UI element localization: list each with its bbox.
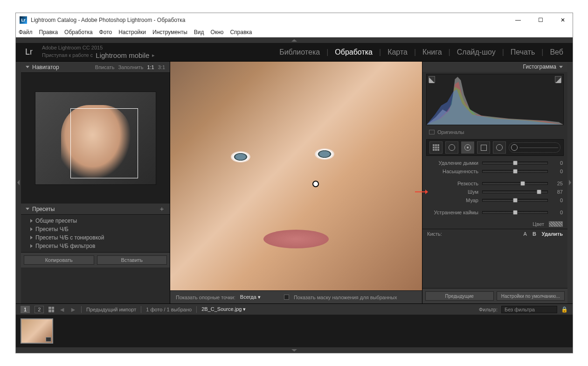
slider-value[interactable]: 0: [552, 169, 563, 174]
paste-button[interactable]: Вставить: [97, 255, 167, 265]
slider-track[interactable]: [482, 190, 548, 193]
preset-folder[interactable]: Пресеты Ч/Б с тонировкой: [21, 233, 170, 242]
slider-knob[interactable]: [513, 210, 518, 215]
filter-select[interactable]: Без фильтра: [501, 306, 557, 313]
module-Библиотека[interactable]: Библиотека: [279, 48, 320, 56]
add-preset-icon[interactable]: ＋: [159, 205, 165, 213]
copy-button[interactable]: Копировать: [24, 255, 94, 265]
slider-knob[interactable]: [520, 181, 525, 186]
zoom-Заполнить[interactable]: Заполнить: [118, 64, 143, 70]
slider-Муар: Муар0: [427, 196, 563, 204]
menu-view[interactable]: Вид: [194, 29, 204, 35]
navigator-preview[interactable]: [21, 73, 170, 204]
left-collapse[interactable]: [16, 62, 21, 303]
slider-label: Устранение каймы: [427, 210, 478, 215]
presets-header[interactable]: Пресеты ＋: [21, 204, 170, 215]
radial-tool[interactable]: [493, 141, 506, 154]
nav-crop-rect[interactable]: [70, 108, 138, 178]
module-Карта[interactable]: Карта: [387, 48, 408, 56]
play-icon[interactable]: ▸: [152, 52, 155, 58]
lock-icon[interactable]: 🔒: [561, 306, 568, 313]
histogram[interactable]: ◣ ◢: [426, 74, 564, 125]
slider-value[interactable]: 87: [552, 189, 563, 195]
brush-b[interactable]: B: [533, 231, 536, 237]
app-icon: Lr: [20, 16, 27, 24]
thumbnail[interactable]: [21, 318, 53, 344]
highlight-clip-icon[interactable]: ◢: [555, 76, 561, 83]
brush-tool[interactable]: [509, 142, 560, 153]
zoom-3:1[interactable]: 3:1: [158, 64, 165, 70]
brush-a[interactable]: A: [524, 231, 527, 237]
redeye-tool[interactable]: [461, 141, 474, 154]
originals-icon[interactable]: [429, 130, 435, 134]
slider-knob[interactable]: [513, 198, 518, 203]
view-mode-1[interactable]: 1: [21, 306, 30, 313]
preset-folder[interactable]: Пресеты Ч/Б: [21, 225, 170, 233]
view-mode-2[interactable]: 2: [35, 306, 44, 313]
bottom-collapse-bar[interactable]: [16, 347, 573, 353]
filename-label[interactable]: 2B_C_Source.jpg ▾: [201, 306, 246, 312]
nav-prev-icon[interactable]: ◄: [59, 306, 65, 313]
menu-help[interactable]: Справка: [230, 29, 252, 35]
slider-track[interactable]: [482, 162, 548, 164]
mask-checkbox[interactable]: [284, 295, 289, 300]
tool-strip: [426, 139, 564, 156]
window-title: Lightroom Catalog - Adobe Photoshop Ligh…: [31, 17, 185, 23]
module-Печать[interactable]: Печать: [511, 48, 535, 56]
preset-label: Общие пресеты: [35, 218, 77, 224]
chevron-right-icon: [30, 244, 33, 248]
top-collapse-bar[interactable]: [16, 37, 573, 43]
preset-folder[interactable]: Пресеты Ч/Б фильтров: [21, 242, 170, 250]
slider-value[interactable]: 0: [552, 160, 563, 166]
preset-folder[interactable]: Общие пресеты: [21, 217, 170, 225]
slider-knob[interactable]: [513, 169, 518, 174]
color-swatch[interactable]: [549, 221, 563, 227]
crop-tool[interactable]: [429, 141, 443, 154]
menu-settings[interactable]: Настройки: [118, 29, 146, 35]
module-Слайд-шоу[interactable]: Слайд-шоу: [457, 48, 496, 56]
close-button[interactable]: ✕: [557, 15, 569, 25]
filmstrip-toolbar: 1 2 ◄ ► Предыдущий импорт 1 фото / 1 выб…: [16, 303, 573, 315]
menu-file[interactable]: Файл: [19, 29, 33, 35]
slider-knob[interactable]: [537, 190, 541, 194]
prev-import-label[interactable]: Предыдущий импорт: [86, 307, 136, 312]
slider-value[interactable]: 0: [552, 210, 563, 215]
anchor-dropdown[interactable]: Всегда ▾: [240, 294, 261, 300]
spot-tool[interactable]: [445, 141, 458, 154]
grid-view-icon[interactable]: [48, 307, 54, 312]
mobile-link[interactable]: Lightroom mobile: [96, 51, 149, 60]
menu-photo[interactable]: Фото: [99, 29, 112, 35]
module-Книга[interactable]: Книга: [422, 48, 442, 56]
zoom-Вписать[interactable]: Вписать: [95, 64, 115, 70]
histogram-header[interactable]: Гистограмма: [422, 62, 567, 72]
previous-button[interactable]: Предыдущие: [425, 291, 494, 301]
slider-value[interactable]: 0: [552, 197, 563, 203]
slider-value[interactable]: 25: [552, 181, 563, 186]
edit-pin[interactable]: [312, 181, 319, 187]
slider-knob[interactable]: [513, 161, 518, 165]
slider-track[interactable]: [482, 170, 548, 173]
navigator-header[interactable]: Навигатор ВписатьЗаполнить1:13:1: [21, 62, 170, 73]
graduated-tool[interactable]: [477, 141, 490, 154]
brush-delete[interactable]: Удалить: [542, 231, 563, 237]
module-Веб[interactable]: Веб: [550, 48, 563, 56]
nav-next-icon[interactable]: ►: [70, 306, 76, 313]
shadow-clip-icon[interactable]: ◣: [429, 76, 435, 83]
menu-window[interactable]: Окно: [211, 29, 224, 35]
slider-track[interactable]: [482, 199, 548, 202]
minimize-button[interactable]: —: [512, 15, 524, 25]
module-Обработка[interactable]: Обработка: [335, 48, 373, 56]
slider-track[interactable]: [482, 182, 548, 185]
defaults-button[interactable]: Настройки по умолчанию...: [497, 291, 565, 301]
menu-develop[interactable]: Обработка: [64, 29, 93, 35]
slider-Устранение каймы: Устранение каймы0: [427, 208, 563, 217]
zoom-1:1[interactable]: 1:1: [147, 64, 154, 70]
maximize-button[interactable]: ☐: [534, 15, 546, 25]
right-collapse[interactable]: [567, 62, 573, 303]
chevron-right-icon: [30, 227, 33, 231]
filmstrip[interactable]: [16, 315, 573, 347]
menu-edit[interactable]: Правка: [39, 29, 58, 35]
slider-track[interactable]: [482, 211, 548, 214]
menu-tools[interactable]: Инструменты: [152, 29, 187, 35]
photo-canvas[interactable]: [170, 62, 422, 290]
